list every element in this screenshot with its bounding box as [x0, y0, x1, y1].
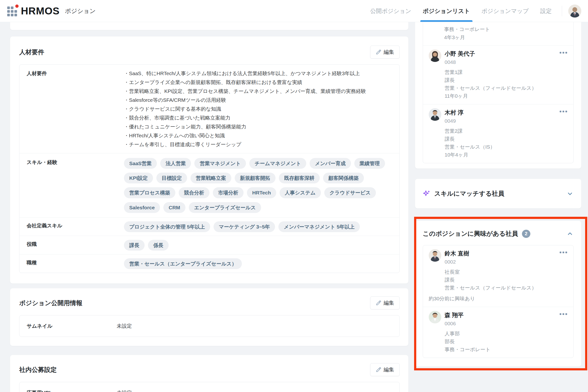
interested-count-badge: 2 [522, 230, 530, 238]
member-name: 木村 淳 [445, 108, 495, 117]
role-tag: 課長 [124, 240, 145, 250]
member-entry[interactable]: 小野 美代子 0048 営業1課 課長 営業・セールス（フィールドセールス） 1… [423, 45, 573, 104]
skill-tag: チームマネジメント [249, 158, 306, 169]
skill-tags: SaaS営業法人営業営業マネジメントチームマネジメントメンバー育成業績管理KPI… [124, 158, 392, 213]
job-type-tag: 営業・セールス（エンタープライズセールス） [124, 258, 242, 269]
member-id: 0002 [445, 258, 536, 266]
nav-item-settings[interactable]: 設定 [534, 0, 557, 22]
requirement-bullet: ・エンタープライズ企業への新規顧客開拓、既存顧客深耕における豊富な実績 [124, 78, 392, 87]
requirement-bullet: ・HRTech/人事システムへの強い関心と知識 [124, 131, 392, 140]
requirements-row: 人材要件 ・SaaS、特にHRTech/人事システム領域における法人営業経験5年… [20, 64, 399, 153]
row-label: 役職 [27, 240, 124, 250]
member-menu-icon[interactable] [560, 313, 567, 315]
member-menu-icon[interactable] [560, 52, 567, 54]
member-avatar [429, 50, 441, 62]
apply-url-row: 応募用URL 未設定 [20, 382, 399, 392]
skill-tag: クラウドサービス [324, 187, 376, 198]
roles-row: 役職 課長係長 [20, 236, 399, 254]
requirements-table: 人材要件 ・SaaS、特にHRTech/人事システム領域における法人営業経験5年… [19, 64, 400, 273]
skills-row: スキル・経験 SaaS営業法人営業営業マネジメントチームマネジメントメンバー育成… [20, 153, 399, 217]
member-category: 事務・コーポレート [444, 25, 567, 33]
top-nav: 公開ポジション ポジションリスト ポジションマップ 設定 [364, 0, 581, 22]
previous-card-remnant [10, 22, 408, 30]
interest-timestamp: 約30分前に興味あり [429, 294, 567, 302]
member-dept: 営業2課 [445, 127, 495, 135]
interested-header[interactable]: このポジションに興味がある社員 2 [423, 230, 573, 238]
team-members-list: 事務・コーポレート 4年3ヶ月 小野 美代子 0048 営業1課 [423, 22, 573, 163]
skill-tag: 法人営業 [160, 158, 191, 169]
pencil-icon [376, 300, 381, 306]
row-value: 未設定 [117, 323, 132, 329]
member-dept: 人事部 [445, 330, 490, 338]
nav-item-position-list[interactable]: ポジションリスト [417, 0, 476, 22]
job-type-tags: 営業・セールス（エンタープライズセールス） [124, 258, 392, 269]
member-entry[interactable]: 森 翔平 0006 人事部 部長 事務・コーポレート [423, 307, 573, 358]
row-label: 応募用URL [27, 389, 117, 392]
row-label: 会社定義スキル [27, 221, 124, 232]
member-title: 部長 [445, 338, 490, 346]
nav-divider [562, 6, 562, 16]
publish-card-title: ポジション公開用情報 [19, 299, 82, 307]
member-entry[interactable]: 鈴木 直樹 0002 社長室 課長 営業・セールス（フィールドセールス） 約30… [423, 245, 573, 307]
requirements-card: 人材要件 編集 人材要件 ・SaaS、特にHRTech/人事システム領域における… [10, 36, 408, 284]
requirement-bullet: ・優れたコミュニケーション能力、顧客関係構築能力 [124, 122, 392, 131]
edit-button-label: 編集 [384, 366, 394, 373]
company-skill-tag: メンバーマネジメント 5年以上 [278, 221, 360, 232]
skill-tag: HRTech [247, 187, 276, 198]
chevron-up-icon[interactable] [566, 230, 573, 238]
requirement-bullet: ・営業戦略立案、KPI設定、営業プロセス構築、チームマネジメント、メンバー育成、… [124, 87, 392, 96]
job-type-row: 職種 営業・セールス（エンタープライズセールス） [20, 254, 399, 273]
skill-tag: 新規顧客開拓 [235, 172, 276, 184]
nav-item-public-positions[interactable]: 公開ポジション [364, 0, 417, 22]
publish-info-card: ポジション公開用情報 編集 サムネイル 未設定 [10, 288, 408, 346]
requirement-bullet: ・SaaS、特にHRTech/人事システム領域における法人営業経験5年以上、かつ… [124, 69, 392, 78]
interested-title: このポジションに興味がある社員 [423, 230, 518, 238]
interested-members-card: このポジションに興味がある社員 2 鈴木 直樹 0002 [415, 221, 581, 366]
member-id: 0048 [445, 58, 536, 66]
skill-tag: CRM [163, 202, 185, 213]
requirement-bullet: ・チームを牽引し、目標達成に導くリーダーシップ [124, 140, 392, 149]
member-menu-icon[interactable] [560, 252, 567, 253]
row-label: サムネイル [27, 323, 117, 329]
skill-tag: Salesforce [124, 202, 160, 213]
member-category: 事務・コーポレート [445, 346, 490, 353]
member-entry[interactable]: 木村 淳 0049 営業2課 課長 営業・セールス（IS） 10年4ヶ月 [423, 104, 573, 163]
internal-edit-button[interactable]: 編集 [370, 363, 400, 376]
member-title: 課長 [445, 76, 536, 84]
publish-edit-button[interactable]: 編集 [370, 296, 400, 310]
skill-tag: 競合分析 [179, 187, 209, 198]
member-title: 課長 [445, 135, 495, 143]
publish-table: サムネイル 未設定 [19, 315, 400, 337]
requirements-edit-button[interactable]: 編集 [370, 46, 400, 58]
member-avatar [429, 311, 441, 323]
skill-tag: メンバー育成 [310, 158, 351, 169]
member-avatar [429, 108, 441, 121]
member-title: 課長 [445, 276, 536, 284]
skill-tag: 既存顧客深耕 [279, 172, 320, 184]
edit-button-label: 編集 [384, 299, 394, 306]
partial-member-entry[interactable]: 事務・コーポレート 4年3ヶ月 [423, 22, 573, 45]
logo[interactable]: HRMOS ポジション [7, 5, 96, 17]
skill-match-card: スキルにマッチする社員 [415, 179, 581, 208]
pencil-icon [376, 50, 381, 55]
logo-product-name: ポジション [65, 7, 96, 15]
company-skill-tag: マーケティング 3~5年 [214, 221, 275, 232]
logo-text: HRMOS [21, 5, 60, 17]
member-avatar [429, 249, 441, 262]
member-tenure: 10年4ヶ月 [445, 151, 495, 159]
member-tenure: 11年0ヶ月 [445, 92, 536, 100]
nav-item-position-map[interactable]: ポジションマップ [476, 0, 535, 22]
member-dept: 社長室 [445, 268, 536, 276]
interested-members-list: 鈴木 直樹 0002 社長室 課長 営業・セールス（フィールドセールス） 約30… [423, 245, 573, 358]
internal-recruiting-card: 社内公募設定 編集 応募用URL 未設定 [10, 355, 408, 392]
member-name: 鈴木 直樹 [445, 249, 536, 258]
member-id: 0049 [445, 117, 495, 125]
member-dept: 営業1課 [445, 68, 536, 76]
chevron-down-icon[interactable] [566, 190, 573, 197]
row-label: 人材要件 [27, 69, 124, 149]
user-avatar[interactable] [568, 4, 581, 18]
edit-button-label: 編集 [384, 48, 394, 56]
skill-match-header[interactable]: スキルにマッチする社員 [423, 190, 573, 198]
skill-tag: 業績管理 [354, 158, 385, 169]
member-menu-icon[interactable] [560, 111, 567, 112]
